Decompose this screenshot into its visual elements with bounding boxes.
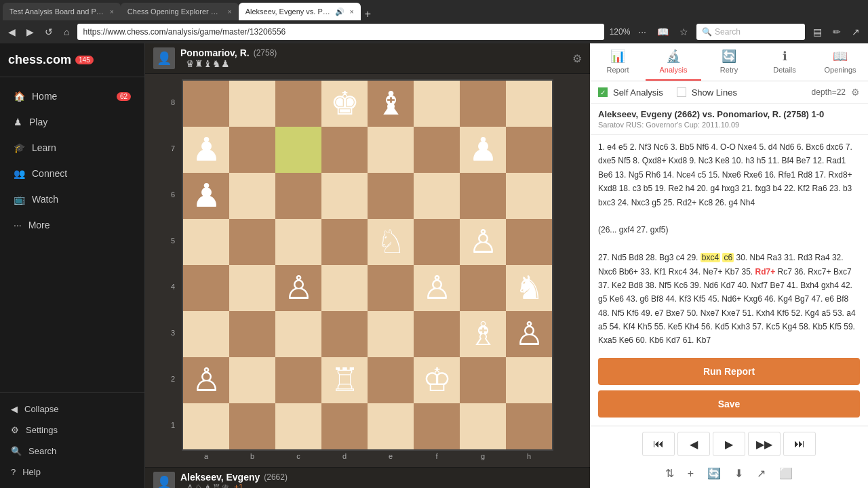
sidebar-item-home[interactable]: 🏠 Home 62: [3, 84, 142, 108]
square-a4[interactable]: [183, 265, 229, 311]
square-c4[interactable]: ♙: [275, 265, 321, 311]
board-editor-button[interactable]: ⬜: [774, 464, 798, 483]
square-g2[interactable]: [460, 357, 506, 403]
move-highlight-bxc4[interactable]: bxc4: [701, 253, 720, 262]
refresh-button[interactable]: ↺: [42, 25, 56, 39]
square-e3[interactable]: [368, 311, 414, 357]
run-report-button[interactable]: Run Report: [598, 358, 860, 385]
square-h8[interactable]: [506, 81, 552, 127]
square-d3[interactable]: [321, 311, 368, 357]
square-a3[interactable]: [183, 311, 229, 357]
self-analysis-checkbox[interactable]: ✓: [598, 87, 608, 97]
sidebar-item-play[interactable]: ♟ Play: [3, 110, 142, 134]
save-button[interactable]: Save: [598, 390, 860, 418]
sidebar-help[interactable]: ? Help: [0, 462, 144, 483]
last-move-button[interactable]: ⏭: [783, 432, 816, 456]
square-h5[interactable]: [506, 219, 552, 265]
square-b3[interactable]: [229, 311, 275, 357]
url-input[interactable]: https://www.chess.com/analysis/game/mast…: [77, 24, 604, 40]
square-a8[interactable]: [183, 81, 229, 127]
square-h3[interactable]: ♙: [506, 311, 552, 357]
square-c5[interactable]: [275, 219, 321, 265]
play-button[interactable]: ▶: [713, 432, 745, 456]
square-f5[interactable]: [414, 219, 460, 265]
square-a2[interactable]: ♙: [183, 357, 229, 403]
square-b2[interactable]: [229, 357, 275, 403]
sidebar-item-connect[interactable]: 👥 Connect: [3, 161, 142, 186]
square-e7[interactable]: [368, 127, 414, 173]
square-c8[interactable]: [275, 81, 321, 127]
square-h2[interactable]: [506, 357, 552, 403]
square-d6[interactable]: [321, 173, 368, 219]
reader-view-button[interactable]: ▤: [810, 25, 825, 39]
sidebar-item-learn[interactable]: 🎓 Learn: [3, 136, 142, 160]
prev-move-button[interactable]: ◀: [677, 432, 710, 456]
share-pgn-button[interactable]: ↗: [751, 464, 771, 483]
chess-board[interactable]: ♚ ♝ ♟ ♟ ♟: [182, 79, 553, 451]
square-e2[interactable]: [368, 357, 414, 403]
flip-board-button[interactable]: ⇅: [660, 464, 679, 483]
tab-1-close[interactable]: ×: [110, 8, 114, 16]
square-c2[interactable]: [275, 357, 321, 403]
tab-analysis[interactable]: 🔬 Analysis: [646, 43, 701, 81]
square-g5[interactable]: ♙: [460, 219, 506, 265]
square-h1[interactable]: [506, 403, 552, 449]
square-b4[interactable]: [229, 265, 275, 311]
square-d5[interactable]: [321, 219, 368, 265]
board-settings-icon[interactable]: ⚙: [572, 52, 582, 65]
square-f4[interactable]: ♙: [414, 265, 460, 311]
square-c1[interactable]: [275, 403, 321, 449]
favorites-button[interactable]: ☆: [677, 25, 691, 39]
square-g4[interactable]: [460, 265, 506, 311]
analysis-settings-icon[interactable]: ⚙: [851, 87, 860, 98]
square-g8[interactable]: [460, 81, 506, 127]
square-a1[interactable]: [183, 403, 229, 449]
move-rd7[interactable]: Rd7+: [755, 267, 775, 277]
tab-2-close[interactable]: ×: [228, 8, 232, 16]
show-lines-checkbox[interactable]: [677, 87, 686, 97]
square-d7[interactable]: [321, 127, 368, 173]
home-button[interactable]: ⌂: [61, 25, 72, 39]
tab-3-close[interactable]: ×: [350, 8, 354, 16]
moves-container[interactable]: 1. e4 e5 2. Nf3 Nc6 3. Bb5 Nf6 4. O-O Nx…: [590, 135, 868, 350]
square-h4[interactable]: ♞: [506, 265, 552, 311]
tab-openings[interactable]: 📖 Openings: [812, 43, 868, 81]
tab-2[interactable]: Chess Opening Explorer & Da... ×: [121, 3, 239, 20]
back-button[interactable]: ◀: [5, 25, 18, 39]
square-a7[interactable]: ♟: [183, 127, 229, 173]
square-d2[interactable]: ♖: [321, 357, 368, 403]
square-e8[interactable]: ♝: [368, 81, 414, 127]
square-b1[interactable]: [229, 403, 275, 449]
first-move-button[interactable]: ⏮: [642, 432, 675, 456]
square-f8[interactable]: [414, 81, 460, 127]
square-h6[interactable]: [506, 173, 552, 219]
square-c7[interactable]: [275, 127, 321, 173]
square-e6[interactable]: [368, 173, 414, 219]
square-a6[interactable]: ♟: [183, 173, 229, 219]
square-f3[interactable]: [414, 311, 460, 357]
sidebar-item-watch[interactable]: 📺 Watch: [3, 187, 142, 211]
square-b8[interactable]: [229, 81, 275, 127]
square-c3[interactable]: [275, 311, 321, 357]
square-b5[interactable]: [229, 219, 275, 265]
tab-retry[interactable]: 🔄 Retry: [701, 43, 757, 81]
more-options-button[interactable]: ···: [635, 25, 649, 39]
read-mode-button[interactable]: 📖: [654, 25, 671, 39]
next-move-button[interactable]: ▶▶: [748, 432, 781, 456]
square-c6[interactable]: [275, 173, 321, 219]
add-move-button[interactable]: +: [682, 464, 699, 483]
browser-search-input[interactable]: 🔍 Search: [696, 24, 805, 40]
square-g1[interactable]: [460, 403, 506, 449]
move-highlight-c6[interactable]: c6: [722, 253, 734, 262]
square-d1[interactable]: [321, 403, 368, 449]
square-g6[interactable]: [460, 173, 506, 219]
tab-1[interactable]: Test Analysis Board and PGN... ×: [3, 3, 121, 20]
sidebar-collapse[interactable]: ◀ Collapse: [0, 399, 144, 420]
square-e1[interactable]: [368, 403, 414, 449]
square-g7[interactable]: ♟: [460, 127, 506, 173]
sidebar-settings[interactable]: ⚙ Settings: [0, 420, 144, 441]
sidebar-search[interactable]: 🔍 Search: [0, 441, 144, 462]
square-b6[interactable]: [229, 173, 275, 219]
tab-details[interactable]: ℹ Details: [757, 43, 812, 81]
tab-3[interactable]: Alekseev, Evgeny vs. Ponoma... 🔊 ×: [239, 3, 361, 20]
